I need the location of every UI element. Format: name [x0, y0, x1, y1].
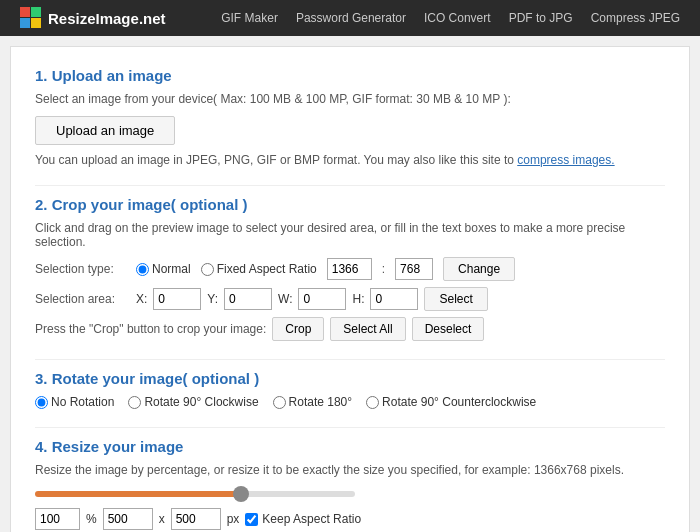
height-input[interactable]: [171, 508, 221, 530]
upload-section: 1. Upload an image Select an image from …: [35, 67, 665, 167]
radio-normal[interactable]: [136, 263, 149, 276]
logo-text: ResizeImage.net: [48, 10, 166, 27]
rotate-no-rotation-label[interactable]: No Rotation: [35, 395, 114, 409]
rotate-90cw[interactable]: [128, 396, 141, 409]
nav-password-generator[interactable]: Password Generator: [296, 11, 406, 25]
pct-symbol: %: [86, 512, 97, 526]
selection-area-label: Selection area:: [35, 292, 130, 306]
w-input[interactable]: [298, 288, 346, 310]
rotate-no-rotation-text: No Rotation: [51, 395, 114, 409]
ratio-width-input[interactable]: [327, 258, 372, 280]
rotate-section: 3. Rotate your image( optional ) No Rota…: [35, 370, 665, 409]
resize-section: 4. Resize your image Resize the image by…: [35, 438, 665, 532]
y-input[interactable]: [224, 288, 272, 310]
h-input[interactable]: [370, 288, 418, 310]
resize-slider[interactable]: [35, 491, 355, 497]
rotate-90ccw-text: Rotate 90° Counterclockwise: [382, 395, 536, 409]
keep-aspect-label[interactable]: Keep Aspect Ratio: [245, 512, 361, 526]
nav-ico-convert[interactable]: ICO Convert: [424, 11, 491, 25]
svg-rect-2: [20, 18, 30, 28]
header: ResizeImage.net GIF Maker Password Gener…: [0, 0, 700, 36]
upload-desc: Select an image from your device( Max: 1…: [35, 92, 665, 106]
main-nav: GIF Maker Password Generator ICO Convert…: [221, 11, 680, 25]
rotate-180-label[interactable]: Rotate 180°: [273, 395, 353, 409]
press-text: Press the "Crop" button to crop your ima…: [35, 322, 266, 336]
crop-section: 2. Crop your image( optional ) Click and…: [35, 196, 665, 341]
radio-fixed[interactable]: [201, 263, 214, 276]
upload-button[interactable]: Upload an image: [35, 116, 175, 145]
select-all-button[interactable]: Select All: [330, 317, 405, 341]
selection-type-row: Selection type: Normal Fixed Aspect Rati…: [35, 257, 665, 281]
nav-pdf-to-jpg[interactable]: PDF to JPG: [509, 11, 573, 25]
deselect-button[interactable]: Deselect: [412, 317, 485, 341]
ratio-separator: :: [382, 262, 385, 276]
nav-compress-jpeg[interactable]: Compress JPEG: [591, 11, 680, 25]
rotate-90cw-text: Rotate 90° Clockwise: [144, 395, 258, 409]
rotate-90cw-label[interactable]: Rotate 90° Clockwise: [128, 395, 258, 409]
radio-normal-text: Normal: [152, 262, 191, 276]
x-label: X:: [136, 292, 147, 306]
radio-fixed-label[interactable]: Fixed Aspect Ratio: [201, 262, 317, 276]
px-label: px: [227, 512, 240, 526]
radio-normal-label[interactable]: Normal: [136, 262, 191, 276]
rotate-90ccw[interactable]: [366, 396, 379, 409]
divider-2: [35, 359, 665, 360]
svg-rect-3: [31, 18, 41, 28]
crop-desc: Click and drag on the preview image to s…: [35, 221, 665, 249]
crop-title: 2. Crop your image( optional ): [35, 196, 665, 213]
divider-3: [35, 427, 665, 428]
selection-area-row: Selection area: X: Y: W: H: Select: [35, 287, 665, 311]
divider-1: [35, 185, 665, 186]
w-label: W:: [278, 292, 292, 306]
rotate-title: 3. Rotate your image( optional ): [35, 370, 665, 387]
resize-desc: Resize the image by percentage, or resiz…: [35, 463, 665, 477]
ratio-height-input[interactable]: [395, 258, 433, 280]
upload-note: You can upload an image in JPEG, PNG, GI…: [35, 153, 665, 167]
upload-title: 1. Upload an image: [35, 67, 665, 84]
crop-action-row: Press the "Crop" button to crop your ima…: [35, 317, 665, 341]
keep-aspect-checkbox[interactable]: [245, 513, 258, 526]
resize-title: 4. Resize your image: [35, 438, 665, 455]
nav-gif-maker[interactable]: GIF Maker: [221, 11, 278, 25]
main-content: 1. Upload an image Select an image from …: [10, 46, 690, 532]
keep-aspect-text: Keep Aspect Ratio: [262, 512, 361, 526]
selection-type-group: Normal Fixed Aspect Ratio : Change: [136, 257, 515, 281]
x-input[interactable]: [153, 288, 201, 310]
y-label: Y:: [207, 292, 218, 306]
resize-inputs-row: % x px Keep Aspect Ratio: [35, 508, 665, 530]
width-input[interactable]: [103, 508, 153, 530]
upload-note-prefix: You can upload an image in JPEG, PNG, GI…: [35, 153, 517, 167]
selection-type-label: Selection type:: [35, 262, 130, 276]
svg-rect-1: [31, 7, 41, 17]
rotate-options: No Rotation Rotate 90° Clockwise Rotate …: [35, 395, 665, 409]
h-label: H:: [352, 292, 364, 306]
pct-input[interactable]: [35, 508, 80, 530]
rotate-no-rotation[interactable]: [35, 396, 48, 409]
change-button[interactable]: Change: [443, 257, 515, 281]
svg-rect-0: [20, 7, 30, 17]
compress-link[interactable]: compress images.: [517, 153, 614, 167]
select-button[interactable]: Select: [424, 287, 487, 311]
logo-icon: [20, 7, 42, 29]
rotate-90ccw-label[interactable]: Rotate 90° Counterclockwise: [366, 395, 536, 409]
logo: ResizeImage.net: [20, 7, 166, 29]
rotate-180[interactable]: [273, 396, 286, 409]
rotate-180-text: Rotate 180°: [289, 395, 353, 409]
dim-separator: x: [159, 512, 165, 526]
crop-button[interactable]: Crop: [272, 317, 324, 341]
slider-container: [35, 485, 665, 500]
radio-fixed-text: Fixed Aspect Ratio: [217, 262, 317, 276]
